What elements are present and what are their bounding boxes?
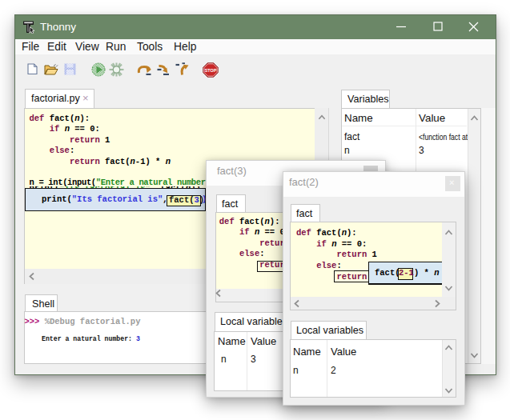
svg-text:STOP: STOP <box>205 68 217 73</box>
